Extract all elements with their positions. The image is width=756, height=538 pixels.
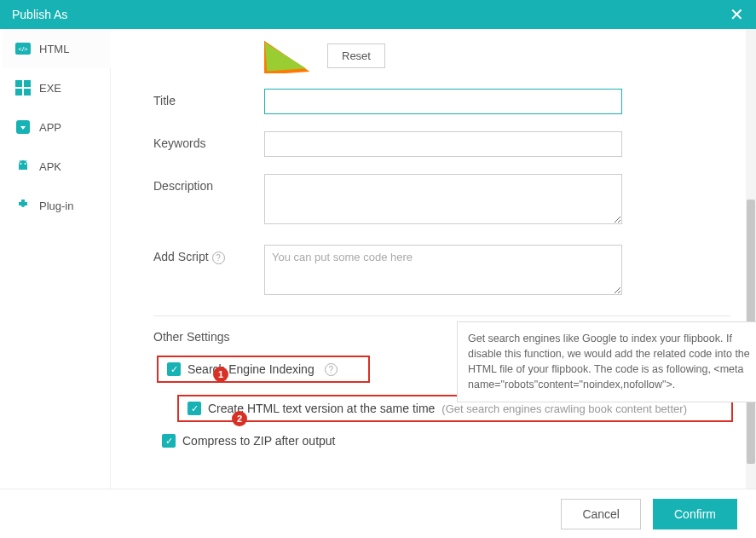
- sidebar-item-html[interactable]: </> HTML: [0, 29, 110, 68]
- help-icon[interactable]: ?: [325, 363, 338, 376]
- sidebar-item-label: EXE: [39, 82, 61, 95]
- footer: Cancel Confirm: [0, 489, 756, 538]
- addscript-label: Add Script?: [153, 245, 264, 264]
- title-label: Title: [153, 89, 264, 107]
- sidebar-item-label: APP: [39, 121, 61, 134]
- addscript-input[interactable]: [264, 245, 622, 295]
- sei-checkbox[interactable]: ✓: [167, 362, 181, 376]
- createhtml-hint: (Get search engines crawling book conten…: [441, 402, 687, 415]
- svg-text:</>: </>: [18, 45, 28, 53]
- sidebar: </> HTML EXE APP APK Plug-in: [0, 29, 111, 502]
- createhtml-checkbox[interactable]: ✓: [188, 402, 201, 415]
- main-panel: Reset Title Keywords Description Add Scr…: [111, 29, 756, 502]
- help-icon[interactable]: ?: [212, 252, 225, 264]
- sidebar-item-plugin[interactable]: Plug-in: [0, 186, 110, 225]
- annotation-badge-2: 2: [232, 411, 247, 426]
- html-icon: </>: [15, 41, 31, 56]
- annotation-badge-1: 1: [213, 367, 228, 382]
- compress-row: ✓ Compress to ZIP after output: [162, 434, 730, 448]
- sei-label: Search Engine Indexing: [188, 362, 315, 376]
- plugin-icon: [15, 198, 31, 213]
- svg-rect-5: [24, 89, 31, 95]
- divider: [153, 315, 730, 316]
- title-input[interactable]: [264, 89, 622, 114]
- svg-point-8: [25, 163, 26, 165]
- description-label: Description: [153, 174, 264, 193]
- close-icon[interactable]: ✕: [730, 4, 744, 25]
- svg-line-9: [20, 160, 21, 162]
- sidebar-item-apk[interactable]: APK: [0, 147, 110, 186]
- search-engine-indexing-row: ✓ Search Engine Indexing ?: [157, 356, 370, 383]
- android-icon: [15, 159, 31, 174]
- confirm-button[interactable]: Confirm: [653, 499, 737, 529]
- sidebar-item-label: HTML: [39, 43, 69, 55]
- thumbnail-preview: [264, 38, 315, 73]
- description-input[interactable]: [264, 174, 622, 224]
- sei-tooltip: Get search engines like Google to index …: [457, 321, 756, 402]
- sidebar-item-label: Plug-in: [39, 200, 73, 212]
- title-bar: Publish As ✕: [0, 0, 756, 29]
- sidebar-item-exe[interactable]: EXE: [0, 68, 110, 107]
- keywords-label: Keywords: [153, 131, 264, 150]
- svg-point-7: [20, 163, 22, 165]
- sidebar-item-app[interactable]: APP: [0, 107, 110, 147]
- svg-rect-2: [15, 80, 22, 87]
- compress-label: Compress to ZIP after output: [182, 434, 336, 448]
- keywords-input[interactable]: [264, 131, 622, 157]
- sidebar-item-label: APK: [39, 160, 61, 173]
- app-icon: [15, 119, 31, 135]
- cancel-button[interactable]: Cancel: [561, 499, 641, 529]
- svg-rect-3: [24, 80, 31, 87]
- svg-line-10: [26, 160, 27, 162]
- window-title: Publish As: [12, 8, 67, 21]
- svg-rect-4: [15, 89, 22, 95]
- exe-icon: [15, 80, 31, 95]
- compress-checkbox[interactable]: ✓: [162, 434, 176, 448]
- reset-button[interactable]: Reset: [327, 43, 385, 68]
